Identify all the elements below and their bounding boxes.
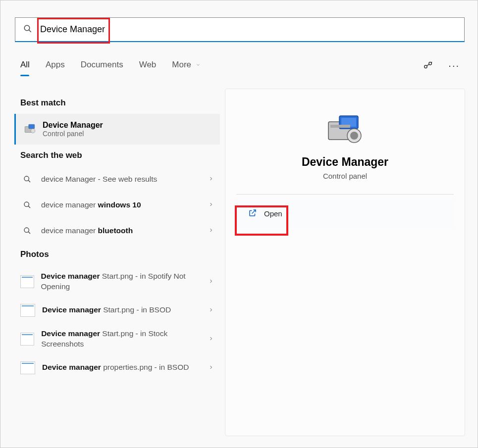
chevron-down-icon [196,60,201,69]
tab-all[interactable]: All [20,60,30,82]
search-input[interactable] [40,20,464,40]
tab-apps[interactable]: Apps [46,60,65,82]
svg-rect-5 [29,124,35,129]
share-icon[interactable] [423,60,433,73]
chevron-right-icon [208,335,214,344]
divider [236,194,454,195]
search-icon [15,24,40,35]
preview-title: Device Manager [225,155,465,169]
file-thumb-icon [20,361,35,374]
svg-point-9 [24,202,29,206]
chevron-right-icon [208,200,214,209]
open-label: Open [264,209,282,218]
tab-more[interactable]: More [172,60,200,82]
best-match-subtitle: Control panel [43,130,103,138]
best-match-title: Device Manager [43,121,103,130]
search-bar[interactable] [15,17,465,42]
search-window: All Apps Documents Web More ··· Best mat… [0,0,478,448]
web-result-text: device manager windows 10 [41,200,155,210]
device-manager-large-icon [325,112,365,147]
svg-line-1 [29,30,31,32]
best-match-result[interactable]: Device Manager Control panel [14,114,220,145]
svg-line-8 [28,180,30,182]
open-external-icon [248,208,257,219]
photo-text: Device manager properties.png - in BSOD [42,362,203,373]
preview-subtitle: Control panel [225,172,465,180]
chevron-right-icon [208,226,214,235]
photo-text: Device manager Start.png - in Stock Scre… [41,329,214,349]
photo-result-0[interactable]: Device manager Start.png - in Spotify No… [14,265,220,298]
photo-text: Device manager Start.png - in Spotify No… [41,271,214,292]
top-right-actions: ··· [423,60,460,73]
file-thumb-icon [20,275,34,288]
section-search-web: Search the web [14,145,220,166]
file-thumb-icon [20,333,34,346]
results-column: Best match Device Manager Control panel … [14,92,220,380]
section-photos: Photos [14,244,220,265]
tab-web[interactable]: Web [139,60,157,82]
search-icon [20,224,34,238]
photo-result-3[interactable]: Device manager properties.png - in BSOD [14,355,220,380]
svg-point-6 [31,129,35,133]
svg-point-2 [425,65,427,68]
preview-panel: Device Manager Control panel Open [225,89,465,436]
web-result-text: device manager bluetooth [41,226,147,236]
web-result-text: device Manager - See web results [41,174,171,185]
photo-result-1[interactable]: Device manager Start.png - in BSOD [14,298,220,323]
photo-text: Device manager Start.png - in BSOD [42,305,185,315]
chevron-right-icon [208,277,214,286]
section-best-match: Best match [14,92,220,114]
svg-line-10 [28,206,30,208]
svg-point-11 [24,228,29,232]
more-icon[interactable]: ··· [448,60,460,73]
tab-more-label: More [172,60,191,69]
chevron-right-icon [208,306,214,315]
search-icon [20,198,34,212]
search-icon [20,172,34,186]
filter-tabs: All Apps Documents Web More [20,60,201,82]
svg-point-0 [24,25,30,31]
file-thumb-icon [20,304,35,317]
web-result-2[interactable]: device manager bluetooth [14,218,220,244]
svg-point-17 [350,132,358,140]
web-result-0[interactable]: device Manager - See web results [14,166,220,192]
svg-line-12 [28,232,30,234]
chevron-right-icon [208,363,214,372]
photo-result-2[interactable]: Device manager Start.png - in Stock Scre… [14,323,220,355]
open-button[interactable]: Open [236,199,454,228]
svg-point-7 [24,176,29,181]
device-manager-icon [23,122,37,136]
tab-documents[interactable]: Documents [81,60,123,82]
web-result-1[interactable]: device manager windows 10 [14,192,220,218]
chevron-right-icon [208,175,214,184]
svg-rect-18 [330,125,350,128]
